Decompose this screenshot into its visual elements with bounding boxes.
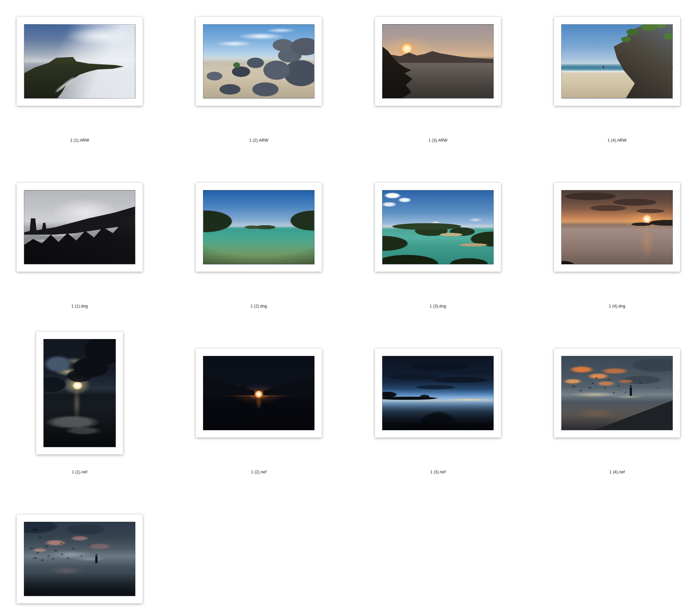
thumbnail-photo-1-1-arw[interactable] [24, 24, 135, 99]
bird-silhouette [595, 377, 598, 380]
thumbnail-area [554, 332, 680, 454]
bird-silhouette [592, 383, 594, 385]
bird-silhouette [45, 546, 48, 548]
gallery-item [0, 498, 169, 616]
thumbnail-photo-1-3-nef[interactable] [382, 356, 494, 430]
gallery-item: 1 (2).ARW [169, 0, 348, 166]
person-silhouette [630, 387, 632, 396]
thumbnail-area [196, 332, 322, 454]
gallery-item: 1 (4).nef [528, 332, 697, 498]
filename-label: 1 (1).dng [71, 304, 88, 309]
thumbnail-area [375, 0, 501, 123]
thumbnail-area [196, 166, 322, 289]
bird-silhouette [32, 529, 39, 531]
bird-silhouette [61, 554, 63, 556]
filename-label: 1 (4).dng [609, 304, 625, 309]
gallery-item: 1 (4).dng [528, 166, 697, 332]
gallery-item: 1 (1).dng [0, 166, 169, 332]
gallery-item: 1 (2).dng [169, 166, 348, 332]
thumbnail-card[interactable] [196, 17, 322, 106]
filename-label: 1 (4).nef [609, 470, 625, 474]
thumbnail-area [17, 498, 143, 616]
surf-line-detail [55, 76, 75, 93]
thumbnail-card[interactable] [554, 349, 680, 437]
person-silhouette [95, 556, 98, 563]
filename-label: 1 (2).dng [251, 304, 267, 309]
bird-silhouette [80, 555, 83, 558]
filename-label: 1 (4).ARW [607, 138, 627, 142]
bird-silhouette [607, 379, 610, 381]
gallery-item: 1 (3).ARW [348, 0, 528, 166]
bird-silhouette [617, 385, 620, 388]
thumbnail-area [196, 0, 322, 123]
filename-label: 1 (1).ARW [70, 138, 89, 142]
thumbnail-card[interactable] [196, 183, 322, 272]
bird-silhouette [625, 392, 626, 394]
thumbnail-photo-1-4-arw[interactable] [561, 24, 673, 99]
filename-label: 1 (3).nef [430, 470, 446, 474]
thumbnail-card[interactable] [36, 332, 123, 454]
bird-silhouette [54, 550, 57, 552]
thumbnail-card[interactable] [196, 349, 322, 437]
thumbnail-photo-1-2-arw[interactable] [203, 24, 314, 99]
filename-label: 1 (1).nef [72, 470, 88, 474]
thumbnail-photo-1-3-dng[interactable] [382, 190, 494, 265]
thumbnail-photo-1-1-nef[interactable] [43, 339, 116, 447]
thumbnail-photo-1-4-nef[interactable] [561, 356, 673, 430]
thumbnail-grid: 1 (1).ARW 1 (2).ARW 1 (3).ARW 1 (4).ARW [0, 0, 697, 616]
thumbnail-card[interactable] [17, 17, 143, 106]
bird-silhouette [89, 544, 90, 547]
thumbnail-photo-1-2-nef[interactable] [203, 356, 314, 430]
thumbnail-photo-1-3-arw[interactable] [382, 24, 494, 99]
gallery-item: 1 (2).nef [169, 332, 348, 498]
filename-label: 1 (2).nef [251, 470, 267, 474]
bird-silhouette [572, 386, 576, 388]
bird-silhouette [52, 558, 55, 560]
thumbnail-photo-1-4-dng[interactable] [561, 190, 673, 265]
thumbnail-card[interactable] [17, 514, 143, 603]
person-silhouette [603, 66, 604, 68]
bird-silhouette [613, 392, 615, 395]
bird-silhouette [72, 548, 75, 550]
filename-label: 1 (3).ARW [428, 138, 447, 142]
thumbnail-card[interactable] [375, 183, 501, 272]
bird-silhouette [604, 387, 606, 389]
thumbnail-card[interactable] [375, 349, 501, 437]
thumbnail-photo-1-2-dng[interactable] [203, 190, 314, 265]
bird-silhouette [47, 555, 50, 558]
bird-silhouette [588, 387, 592, 389]
bird-silhouette [33, 558, 37, 560]
gallery-item: 1 (4).ARW [528, 0, 697, 166]
filename-label: 1 (3).dng [430, 304, 446, 309]
bird-silhouette [41, 560, 44, 562]
bird-silhouette [36, 552, 39, 555]
thumbnail-area [17, 0, 143, 123]
gallery-item: 1 (1).nef [0, 332, 169, 498]
thumbnail-area [17, 166, 143, 289]
bird-silhouette [60, 543, 62, 545]
thumbnail-card[interactable] [554, 17, 680, 106]
thumbnail-area [554, 166, 680, 289]
gallery-item: 1 (3).nef [348, 332, 528, 498]
filename-label: 1 (2).ARW [249, 138, 268, 142]
bird-silhouette [579, 390, 582, 392]
thumbnail-area [554, 0, 680, 123]
thumbnail-area [36, 332, 123, 454]
bird-silhouette [657, 387, 658, 389]
bird-silhouette [639, 383, 641, 385]
thumbnail-photo-unlabeled-nef[interactable] [24, 522, 135, 596]
thumbnail-area [375, 166, 501, 289]
thumbnail-card[interactable] [375, 17, 501, 106]
bird-silhouette [67, 558, 69, 560]
bird-silhouette [30, 548, 33, 550]
thumbnail-card[interactable] [17, 183, 143, 272]
gallery-item: 1 (3).dng [348, 166, 528, 332]
gallery-item: 1 (1).ARW [0, 0, 169, 166]
thumbnail-photo-1-1-dng[interactable] [24, 190, 135, 265]
thumbnail-area [375, 332, 501, 454]
bird-silhouette [39, 537, 42, 539]
thumbnail-card[interactable] [554, 183, 680, 272]
